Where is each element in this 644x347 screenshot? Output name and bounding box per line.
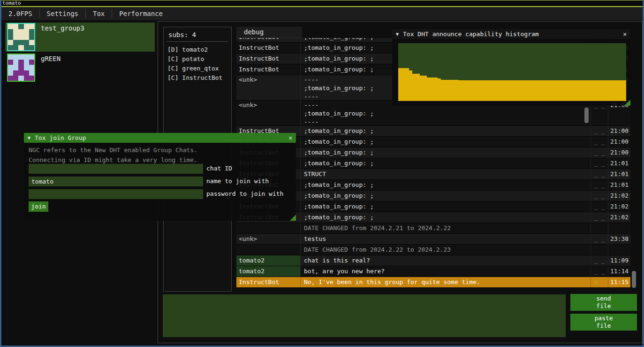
histogram-bar xyxy=(477,80,480,101)
menu-item-performance[interactable]: Performance xyxy=(112,10,170,17)
close-icon[interactable]: ✕ xyxy=(623,31,627,38)
message-row[interactable]: InstructBotNo, I've been in this group f… xyxy=(236,277,630,288)
collapse-arrow-icon[interactable]: ▼ xyxy=(396,31,399,37)
message-text-cell: ;tomato_in_group: ; xyxy=(301,137,591,147)
menu-item-settings[interactable]: Settings xyxy=(40,10,85,17)
sender-name-cell: <unk> xyxy=(236,234,301,244)
window-titlebar[interactable]: tomato xyxy=(0,0,644,7)
avatar-pixel xyxy=(29,40,34,45)
message-text-cell: chat is this real? xyxy=(301,255,591,266)
sender-name-cell: InstructBot xyxy=(236,54,301,64)
send-file-button[interactable]: sendfile xyxy=(570,294,637,311)
chat-ID-input[interactable] xyxy=(29,164,203,174)
avatar-pixel xyxy=(29,54,34,60)
subs-count-label: subs: 4 xyxy=(164,27,231,41)
histogram-bar xyxy=(448,80,452,101)
histogram-bar xyxy=(576,80,580,101)
avatar-pixel xyxy=(24,76,29,81)
subs-member-InstructBot[interactable]: [C] InstructBot xyxy=(167,73,231,83)
dht-histogram-titlebar[interactable]: ▼ Tox DHT announce capability histogram … xyxy=(392,29,630,39)
message-row[interactable]: <unk>testus_ _23:38 xyxy=(236,234,630,245)
sender-name-cell: InstructBot xyxy=(236,64,301,75)
sidebar-item-test_group3[interactable]: test_group3 xyxy=(5,23,155,52)
timestamp-cell: 21:01 xyxy=(608,169,630,179)
message-text-cell: ;tomato_in_group: ; xyxy=(301,180,591,190)
histogram-bar xyxy=(434,77,438,101)
menu-item-tox[interactable]: Tox xyxy=(86,10,112,17)
subs-list: [D] tomato2[C] potato[C] green_qtox[C] I… xyxy=(164,42,231,83)
histogram-bar xyxy=(405,68,409,101)
avatar-pixel xyxy=(8,76,13,81)
dht-histogram-window: ▼ Tox DHT announce capability histogram … xyxy=(392,29,630,106)
date-changed-row[interactable]: DATE CHANGED from 2024.2.22 to 2024.2.23 xyxy=(236,245,630,255)
timestamp-cell: 21:00 xyxy=(608,147,630,158)
message-text-cell: ;tomato_in_group: ; xyxy=(301,158,591,169)
group-avatar xyxy=(7,54,35,82)
tab-debug[interactable]: debug xyxy=(236,27,302,38)
timestamp-cell xyxy=(608,245,630,255)
histogram-bar xyxy=(537,80,541,101)
message-input[interactable] xyxy=(163,294,566,337)
subs-member-tomato2[interactable]: [D] tomato2 xyxy=(167,45,231,54)
histogram-bar xyxy=(622,80,626,101)
histogram-bar xyxy=(430,77,434,101)
password-to-join-with-input[interactable] xyxy=(29,189,203,199)
avatar-pixel xyxy=(8,29,13,34)
delivery-status-cell: _ _ xyxy=(591,266,608,277)
sender-name-cell: <unk> xyxy=(236,100,301,125)
avatar-pixel xyxy=(18,29,23,34)
message-text-cell: ;tomato_in_group: ; xyxy=(301,191,591,201)
delivery-status-cell: d _ xyxy=(591,277,608,287)
collapse-arrow-icon[interactable]: ▼ xyxy=(28,135,30,140)
join-button[interactable]: join xyxy=(29,201,48,212)
resize-grip[interactable] xyxy=(624,100,630,106)
date-changed-row[interactable]: DATE CHANGED from 2024.2.21 to 2024.2.22 xyxy=(236,223,630,234)
histogram-bar xyxy=(619,80,623,101)
subs-member-green_qtox[interactable]: [C] green_qtox xyxy=(167,64,231,73)
histogram-bar xyxy=(598,80,601,101)
histogram-bar xyxy=(566,80,569,101)
histogram-bar xyxy=(591,80,594,101)
join-info-text: NGC refers to the New DHT enabled Group … xyxy=(24,143,296,165)
scrollbar-thumb[interactable] xyxy=(584,108,589,123)
sender-name-cell xyxy=(236,223,301,233)
menu-bar: 2.0FPSSettingsToxPerformance xyxy=(1,7,643,20)
join-group-titlebar[interactable]: ▼ Tox join Group ✕ xyxy=(24,133,296,143)
message-row[interactable]: tomato2bot, are you new here?_ _11:14 xyxy=(236,266,630,277)
avatar-pixel xyxy=(13,34,18,39)
name-to-join-with-input[interactable] xyxy=(29,177,203,186)
chat-tabbar: debug xyxy=(236,27,302,38)
histogram-bar xyxy=(480,80,484,101)
histogram-bar xyxy=(587,80,591,101)
delivery-status-cell: _ _ xyxy=(591,191,608,201)
close-icon[interactable]: ✕ xyxy=(288,134,292,141)
histogram-bar xyxy=(569,80,573,101)
resize-grip[interactable] xyxy=(290,215,296,221)
histogram-bar xyxy=(423,76,427,101)
histogram-bar xyxy=(612,80,616,101)
sender-name-cell xyxy=(236,245,301,255)
histogram-bar xyxy=(573,80,576,101)
avatar-pixel xyxy=(8,40,13,45)
timestamp-cell: 21:01 xyxy=(608,180,630,190)
paste-file-button[interactable]: pastefile xyxy=(570,314,637,331)
avatar-pixel xyxy=(18,34,23,39)
avatar-pixel xyxy=(24,60,29,65)
message-text-cell: DATE CHANGED from 2024.2.22 to 2024.2.23 xyxy=(301,245,591,255)
scrollbar-thumb[interactable] xyxy=(632,271,636,288)
avatar-pixel xyxy=(18,45,23,50)
avatar-pixel xyxy=(13,76,18,81)
subs-member-potato[interactable]: [C] potato xyxy=(167,54,231,64)
avatar-pixel xyxy=(29,60,34,65)
message-row[interactable]: tomato2chat is this real?_ _11:09 xyxy=(236,255,630,266)
avatar-pixel xyxy=(24,40,29,45)
avatar-pixel xyxy=(29,45,34,50)
avatar-pixel xyxy=(18,70,23,76)
menu-item-2.0fps[interactable]: 2.0FPS xyxy=(1,10,39,17)
join-field-label: name to join with xyxy=(206,177,269,185)
histogram-bar xyxy=(470,80,473,101)
avatar-pixel xyxy=(13,65,18,70)
avatar-pixel xyxy=(8,70,13,76)
histogram-bar xyxy=(491,80,494,101)
sidebar-item-gREEN[interactable]: gREEN xyxy=(5,53,155,82)
